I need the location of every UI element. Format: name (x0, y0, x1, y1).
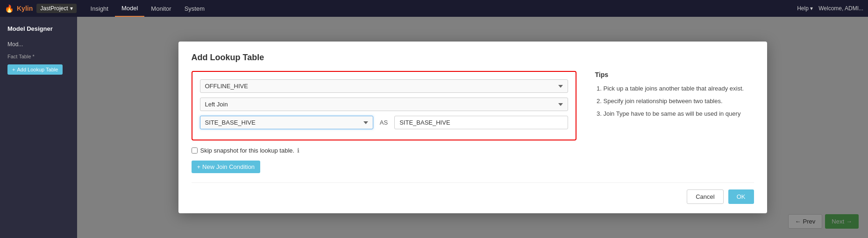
modal-body: OFFLINE_HIVE SITE_BASE_HIVE Left Join In… (192, 71, 754, 173)
nav-item-monitor[interactable]: Monitor (144, 0, 178, 17)
alias-input[interactable] (394, 116, 568, 129)
project-name: JastProject (40, 5, 68, 12)
sidebar: Model Designer Mod... Fact Table * + Add… (0, 17, 77, 238)
flame-icon: 🔥 (5, 4, 14, 13)
navbar-right: Help ▾ Welcome, ADMI... (797, 5, 863, 12)
form-bordered-section: OFFLINE_HIVE SITE_BASE_HIVE Left Join In… (192, 71, 576, 140)
project-selector[interactable]: JastProject ▾ (36, 4, 76, 13)
add-lookup-table-button[interactable]: + Add Lookup Table (7, 64, 63, 75)
info-icon: ℹ (297, 147, 299, 154)
skip-snapshot-checkbox[interactable] (192, 147, 198, 154)
tip-item-3: Join Type have to be same as will be use… (604, 109, 754, 119)
navbar: 🔥 Kylin JastProject ▾ Insight Model Moni… (0, 0, 868, 17)
table-select-row: OFFLINE_HIVE SITE_BASE_HIVE (200, 79, 568, 93)
modal-dialog: Add Lookup Table OFFLINE_HIVE SITE_BASE_… (178, 42, 767, 213)
plus-icon: + (12, 67, 15, 72)
brand-name: Kylin (17, 5, 33, 12)
help-link[interactable]: Help ▾ (797, 5, 813, 12)
new-join-condition-label: New Join Condition (202, 163, 255, 170)
new-join-condition-button[interactable]: + New Join Condition (192, 161, 261, 173)
nav-item-system[interactable]: System (178, 0, 211, 17)
skip-snapshot-row: Skip snapshot for this lookup table. ℹ (192, 147, 576, 154)
sidebar-model-item[interactable]: Mod... (0, 38, 77, 51)
skip-snapshot-label: Skip snapshot for this lookup table. (200, 147, 295, 154)
lookup-alias-row: SITE_BASE_HIVE AS (200, 116, 568, 129)
tip-item-1: Pick up a table joins another table that… (604, 84, 754, 94)
ok-button[interactable]: OK (728, 189, 754, 204)
sidebar-title: Model Designer (0, 22, 77, 38)
tips-title: Tips (595, 71, 754, 78)
lookup-table-select[interactable]: SITE_BASE_HIVE (200, 116, 373, 129)
dropdown-arrow-icon: ▾ (70, 5, 73, 12)
nav-item-insight[interactable]: Insight (84, 0, 115, 17)
brand: 🔥 Kylin (5, 4, 33, 13)
as-label: AS (380, 119, 388, 126)
join-type-row: Left Join Inner Join Right Join (200, 98, 568, 111)
join-type-select[interactable]: Left Join Inner Join Right Join (200, 98, 568, 111)
table-select[interactable]: OFFLINE_HIVE SITE_BASE_HIVE (200, 79, 568, 93)
add-lookup-label: Add Lookup Table (17, 67, 58, 72)
cancel-button[interactable]: Cancel (687, 189, 723, 204)
modal-footer: Cancel OK (192, 182, 754, 204)
modal-tips-section: Tips Pick up a table joins another table… (595, 71, 754, 173)
content-area: ← Prev Next → Add Lookup Table (77, 17, 868, 238)
welcome-text: Welcome, ADMI... (818, 5, 863, 12)
nav-items: Insight Model Monitor System (84, 0, 211, 17)
plus-icon-join: + (197, 163, 201, 170)
modal-overlay: Add Lookup Table OFFLINE_HIVE SITE_BASE_… (77, 17, 868, 238)
modal-left: OFFLINE_HIVE SITE_BASE_HIVE Left Join In… (192, 71, 576, 173)
nav-item-model[interactable]: Model (115, 0, 144, 17)
tips-list: Pick up a table joins another table that… (595, 84, 754, 119)
main-area: Model Designer Mod... Fact Table * + Add… (0, 17, 868, 238)
fact-table-label: Fact Table * (0, 51, 77, 61)
modal-title: Add Lookup Table (192, 53, 754, 63)
tip-item-2: Specify join relationship between two ta… (604, 97, 754, 106)
